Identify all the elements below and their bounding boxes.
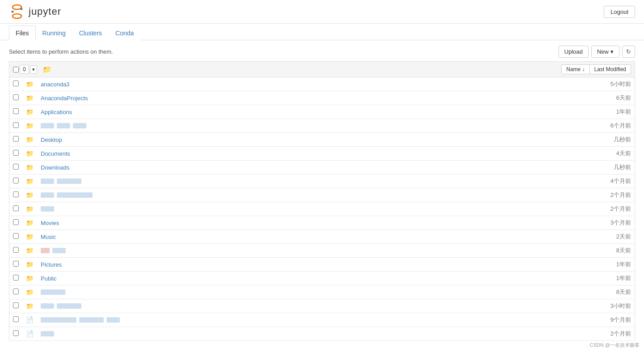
row-checkbox[interactable] xyxy=(13,205,19,211)
table-row: 📁Public1年前 xyxy=(9,272,635,285)
row-checkbox[interactable] xyxy=(13,108,19,114)
folder-icon: 📁 xyxy=(26,108,34,115)
column-headers: Name ↓ Last Modified xyxy=(561,64,631,74)
file-table: 📁anaconda35小时前📁AnacondaProjects6天前📁Appli… xyxy=(9,77,635,341)
header-count: 0 xyxy=(20,65,29,74)
blurred-segment xyxy=(41,206,54,212)
logo-text: jupyter xyxy=(29,6,61,17)
blurred-segment xyxy=(41,331,54,336)
file-name[interactable]: anaconda3 xyxy=(41,81,69,88)
row-checkbox[interactable] xyxy=(13,289,19,294)
file-name[interactable]: Movies xyxy=(41,220,59,226)
blurred-name xyxy=(41,331,587,336)
row-checkbox[interactable] xyxy=(13,191,19,197)
row-checkbox[interactable] xyxy=(13,275,19,281)
row-checkbox[interactable] xyxy=(13,219,19,225)
file-name[interactable]: Music xyxy=(41,234,56,240)
blurred-segment xyxy=(41,179,54,184)
blurred-segment xyxy=(41,192,54,198)
row-checkbox[interactable] xyxy=(13,136,19,142)
row-checkbox[interactable] xyxy=(13,178,19,183)
row-checkbox[interactable] xyxy=(13,94,19,100)
blurred-name xyxy=(41,206,587,212)
folder-icon: 📁 xyxy=(26,247,34,254)
folder-icon: 📁 xyxy=(26,219,34,226)
logout-button[interactable]: Logout xyxy=(604,6,635,18)
upload-button[interactable]: Upload xyxy=(559,46,589,58)
row-checkbox[interactable] xyxy=(13,330,19,336)
file-modified-time: 2天前 xyxy=(590,230,635,244)
table-row: 📁Applications1年前 xyxy=(9,105,635,119)
svg-point-3 xyxy=(21,8,23,10)
toolbar-actions: Upload New ▾ ↻ xyxy=(559,46,635,58)
file-modified-time: 2个月前 xyxy=(590,202,635,216)
file-name[interactable]: Pictures xyxy=(41,261,62,268)
tab-running[interactable]: Running xyxy=(36,26,72,40)
sort-name-button[interactable]: Name ↓ xyxy=(561,64,589,74)
blurred-name xyxy=(41,179,587,184)
row-checkbox[interactable] xyxy=(13,316,19,322)
table-row: 📁4个月前 xyxy=(9,174,635,188)
row-checkbox[interactable] xyxy=(13,164,19,170)
file-modified-time: 5小时前 xyxy=(590,77,635,91)
file-name[interactable]: Desktop xyxy=(41,136,62,143)
new-dropdown-arrow: ▾ xyxy=(610,48,614,55)
file-list-container: 0 ▾ 📁 Name ↓ Last Modified 📁anaconda35小时… xyxy=(0,61,644,341)
row-checkbox[interactable] xyxy=(13,261,19,267)
table-row: 📄2个月前 xyxy=(9,327,635,341)
file-modified-time: 4天前 xyxy=(590,147,635,161)
svg-point-2 xyxy=(12,11,14,13)
file-name[interactable]: Public xyxy=(41,275,56,282)
toolbar: Select items to perform actions on them.… xyxy=(0,42,644,61)
tab-files[interactable]: Files xyxy=(9,26,36,40)
folder-icon: 📁 xyxy=(26,178,34,185)
file-name[interactable]: Applications xyxy=(41,109,72,115)
folder-icon: 📁 xyxy=(26,191,34,199)
refresh-button[interactable]: ↻ xyxy=(622,46,635,58)
row-checkbox[interactable] xyxy=(13,150,19,156)
row-checkbox[interactable] xyxy=(13,247,19,253)
folder-icon: 📁 xyxy=(26,233,34,240)
table-row: 📁8天前 xyxy=(9,285,635,299)
table-row: 📁Music2天前 xyxy=(9,230,635,244)
file-modified-time: 6个月前 xyxy=(590,119,635,133)
select-all-checkbox[interactable] xyxy=(13,67,19,72)
new-button-label: New xyxy=(597,48,609,55)
blurred-segment xyxy=(57,179,81,184)
row-checkbox[interactable] xyxy=(13,81,19,86)
table-row: 📁Pictures1年前 xyxy=(9,258,635,272)
table-row: 📄9个月前 xyxy=(9,313,635,327)
sort-modified-button[interactable]: Last Modified xyxy=(590,64,631,74)
file-name[interactable]: Downloads xyxy=(41,164,69,171)
blurred-segment xyxy=(41,123,54,128)
file-modified-time: 3个月前 xyxy=(590,216,635,230)
file-modified-time: 1年前 xyxy=(590,258,635,272)
folder-icon: 📁 xyxy=(26,81,34,88)
blurred-name xyxy=(41,289,587,295)
folder-icon: 📁 xyxy=(26,164,34,171)
row-checkbox[interactable] xyxy=(13,122,19,128)
new-button[interactable]: New ▾ xyxy=(591,46,619,58)
row-checkbox[interactable] xyxy=(13,302,19,308)
blurred-segment xyxy=(41,289,65,295)
svg-point-0 xyxy=(13,5,21,9)
file-modified-time: 2个月前 xyxy=(590,188,635,202)
file-modified-time: 几秒前 xyxy=(590,161,635,174)
blurred-segment xyxy=(52,248,66,253)
tab-conda[interactable]: Conda xyxy=(109,26,140,40)
blurred-segment xyxy=(79,317,104,323)
tab-clusters[interactable]: Clusters xyxy=(72,26,109,40)
file-icon: 📄 xyxy=(26,316,34,323)
folder-icon: 📁 xyxy=(26,261,34,268)
table-row: 📁Movies3个月前 xyxy=(9,216,635,230)
file-modified-time: 8天前 xyxy=(590,285,635,299)
header-count-dropdown[interactable]: ▾ xyxy=(30,65,37,74)
header: jupyter Logout xyxy=(0,0,644,24)
file-name[interactable]: Documents xyxy=(41,150,70,157)
blurred-segment xyxy=(57,192,93,198)
file-name[interactable]: AnacondaProjects xyxy=(41,95,88,102)
new-folder-icon[interactable]: 📁 xyxy=(42,65,51,74)
row-checkbox[interactable] xyxy=(13,233,19,239)
folder-icon: 📁 xyxy=(26,205,34,213)
file-modified-time: 1年前 xyxy=(590,272,635,285)
